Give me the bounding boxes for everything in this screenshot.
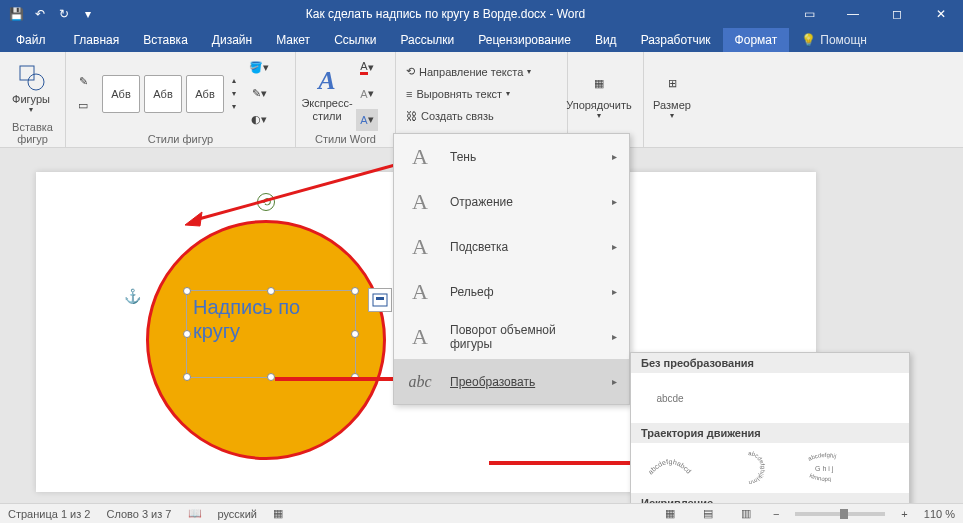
- tab-developer[interactable]: Разработчик: [629, 28, 723, 52]
- more-icon[interactable]: ▾: [232, 102, 236, 111]
- shape-outline-icon[interactable]: ✎▾: [248, 83, 270, 105]
- macro-icon[interactable]: ▦: [273, 507, 283, 520]
- chevron-right-icon: ▸: [612, 286, 617, 297]
- create-link-button[interactable]: ⛓ Создать связь: [402, 105, 535, 127]
- transform-button[interactable]: abcdefghijG h i jklmnopq: [797, 449, 855, 487]
- style-preset-2[interactable]: Абв: [144, 75, 182, 113]
- redo-icon[interactable]: ↻: [56, 6, 72, 22]
- transform-none[interactable]: abcde: [641, 379, 699, 417]
- tab-design[interactable]: Дизайн: [200, 28, 264, 52]
- text-fill-icon[interactable]: A▾: [356, 57, 378, 79]
- tab-insert[interactable]: Вставка: [131, 28, 200, 52]
- bulb-icon: 💡: [801, 33, 816, 47]
- svg-text:G h i j: G h i j: [815, 465, 834, 473]
- zoom-out-icon[interactable]: −: [773, 508, 779, 520]
- tab-file[interactable]: Файл: [0, 28, 62, 52]
- transform-circle[interactable]: abcdefghijklmn: [719, 449, 777, 487]
- menu-transform[interactable]: abc Преобразовать ▸: [394, 359, 629, 404]
- menu-glow[interactable]: A Подсветка ▸: [394, 224, 629, 269]
- scroll-down-icon[interactable]: ▾: [232, 89, 236, 98]
- size-button[interactable]: ⊞ Размер ▾: [650, 67, 694, 120]
- undo-icon[interactable]: ↶: [32, 6, 48, 22]
- ribbon-options-icon[interactable]: ▭: [787, 0, 831, 28]
- document-title: Как сделать надпись по кругу в Ворде.doc…: [104, 7, 787, 21]
- arrange-icon: ▦: [583, 67, 615, 99]
- bevel-icon: A: [406, 279, 434, 305]
- transform-icon: abc: [406, 373, 434, 391]
- text-box[interactable]: Надпись по кругу: [186, 290, 356, 378]
- spellcheck-icon[interactable]: 📖: [188, 507, 202, 520]
- text-direction-button[interactable]: ⟲ Направление текста▾: [402, 61, 535, 83]
- svg-marker-5: [185, 212, 202, 226]
- group-shape-styles: Стили фигур: [72, 131, 289, 145]
- menu-shadow[interactable]: A Тень ▸: [394, 134, 629, 179]
- resize-handle[interactable]: [183, 373, 191, 381]
- tab-layout[interactable]: Макет: [264, 28, 322, 52]
- anchor-icon[interactable]: ⚓: [124, 288, 141, 304]
- chevron-right-icon: ▸: [612, 376, 617, 387]
- express-styles-button[interactable]: A Экспресс- стили: [302, 65, 352, 121]
- minimize-icon[interactable]: —: [831, 0, 875, 28]
- align-text-icon: ≡: [406, 88, 412, 100]
- resize-handle[interactable]: [351, 330, 359, 338]
- status-language[interactable]: русский: [218, 508, 257, 520]
- status-bar: Страница 1 из 2 Слово 3 из 7 📖 русский ▦…: [0, 503, 963, 523]
- transform-arc-up[interactable]: abcdefghabcd: [641, 449, 699, 487]
- zoom-slider[interactable]: [795, 512, 885, 516]
- zoom-in-icon[interactable]: +: [901, 508, 907, 520]
- text-effects-icon[interactable]: A▾: [356, 109, 378, 131]
- align-text-button[interactable]: ≡ Выровнять текст▾: [402, 83, 535, 105]
- glow-icon: A: [406, 234, 434, 260]
- chevron-right-icon: ▸: [612, 241, 617, 252]
- svg-point-1: [28, 74, 44, 90]
- tab-references[interactable]: Ссылки: [322, 28, 388, 52]
- status-page[interactable]: Страница 1 из 2: [8, 508, 90, 520]
- chevron-right-icon: ▸: [612, 151, 617, 162]
- svg-line-4: [195, 165, 395, 220]
- resize-handle[interactable]: [351, 287, 359, 295]
- print-layout-icon[interactable]: ▤: [697, 506, 719, 522]
- resize-handle[interactable]: [183, 330, 191, 338]
- resize-handle[interactable]: [183, 287, 191, 295]
- shapes-button[interactable]: Фигуры ▾: [6, 61, 56, 114]
- tab-home[interactable]: Главная: [62, 28, 132, 52]
- web-layout-icon[interactable]: ▥: [735, 506, 757, 522]
- maximize-icon[interactable]: ◻: [875, 0, 919, 28]
- text-box-icon[interactable]: ▭: [72, 95, 94, 117]
- menu-reflection[interactable]: A Отражение ▸: [394, 179, 629, 224]
- tab-mailings[interactable]: Рассылки: [388, 28, 466, 52]
- rotation-icon: A: [406, 324, 434, 350]
- style-preset-1[interactable]: Абв: [102, 75, 140, 113]
- tell-me[interactable]: 💡 Помощн: [789, 28, 879, 52]
- annotation-arrow: [180, 160, 400, 230]
- close-icon[interactable]: ✕: [919, 0, 963, 28]
- shadow-icon: A: [406, 144, 434, 170]
- save-icon[interactable]: 💾: [8, 6, 24, 22]
- text-direction-icon: ⟲: [406, 65, 415, 78]
- text-outline-icon[interactable]: A▾: [356, 83, 378, 105]
- layout-options-icon[interactable]: [368, 288, 392, 312]
- shape-fill-icon[interactable]: 🪣▾: [248, 57, 270, 79]
- zoom-level[interactable]: 110 %: [924, 508, 955, 520]
- text-effects-menu: A Тень ▸ A Отражение ▸ A Подсветка ▸ A Р…: [393, 133, 630, 405]
- title-bar: 💾 ↶ ↻ ▾ Как сделать надпись по кругу в В…: [0, 0, 963, 28]
- read-mode-icon[interactable]: ▦: [659, 506, 681, 522]
- ribbon-tabs: Файл Главная Вставка Дизайн Макет Ссылки…: [0, 28, 963, 52]
- qa-custom-icon[interactable]: ▾: [80, 6, 96, 22]
- chevron-right-icon: ▸: [612, 196, 617, 207]
- group-insert-shapes: Вставка фигур: [6, 119, 59, 145]
- style-preset-3[interactable]: Абв: [186, 75, 224, 113]
- edit-shape-icon[interactable]: ✎: [72, 71, 94, 93]
- tab-view[interactable]: Вид: [583, 28, 629, 52]
- menu-3d-rotation[interactable]: A Поворот объемной фигуры ▸: [394, 314, 629, 359]
- resize-handle[interactable]: [267, 287, 275, 295]
- shape-text[interactable]: Надпись по кругу: [187, 291, 355, 347]
- shape-effects-icon[interactable]: ◐▾: [248, 109, 270, 131]
- menu-bevel[interactable]: A Рельеф ▸: [394, 269, 629, 314]
- tab-format[interactable]: Формат: [723, 28, 790, 52]
- shapes-icon: [15, 61, 47, 93]
- scroll-up-icon[interactable]: ▴: [232, 76, 236, 85]
- arrange-button[interactable]: ▦ Упорядочить ▾: [574, 67, 624, 120]
- tab-review[interactable]: Рецензирование: [466, 28, 583, 52]
- status-words[interactable]: Слово 3 из 7: [106, 508, 171, 520]
